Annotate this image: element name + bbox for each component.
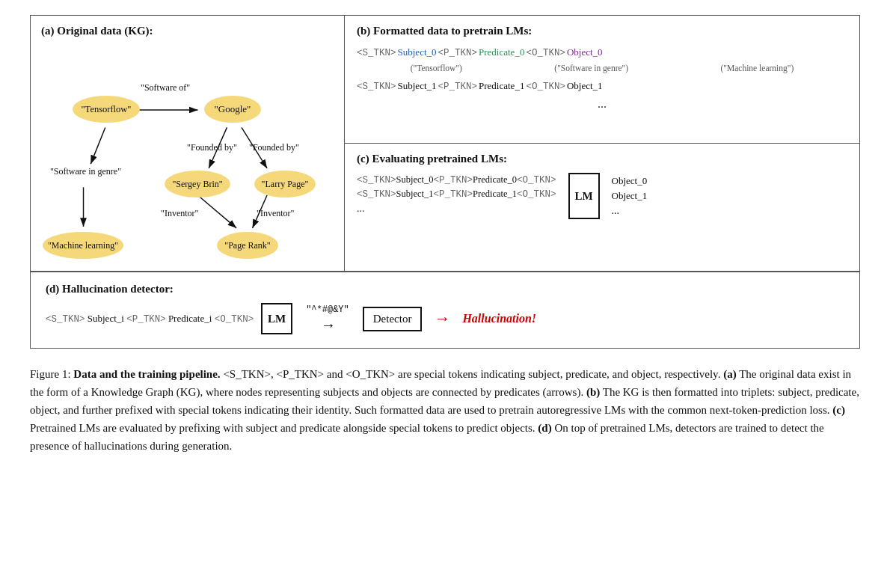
panel-d: (d) Hallucination detector: <S_TKN> Subj… xyxy=(31,272,859,348)
figure-top-row: (a) Original data (KG): xyxy=(31,16,859,272)
eval-s-tkn-1: <S_TKN> xyxy=(357,189,396,200)
obj-labels: Object_0 Object_1 ... xyxy=(612,175,648,217)
panel-c: (c) Evaluating pretrained LMs: <S_TKN> S… xyxy=(345,144,859,271)
dots-c-left: ... xyxy=(357,203,556,215)
eval-o-tkn-1: <O_TKN> xyxy=(517,189,556,200)
eval-p-tkn-0: <P_TKN> xyxy=(434,175,473,186)
det-subj: Subject_i xyxy=(88,313,126,324)
dots-c-right: ... xyxy=(612,205,648,217)
panel-d-title: (d) Hallucination detector: xyxy=(46,283,844,295)
edge-label-founded-by-2: "Founded by" xyxy=(249,142,299,153)
caption-tokens: <S_TKN>, <P_TKN> and <O_TKN> are special… xyxy=(223,368,723,380)
caption-c-label: (c) xyxy=(832,404,845,416)
panel-a: (a) Original data (KG): xyxy=(31,16,345,271)
eval-pred-1: Predicate_1 xyxy=(473,189,517,200)
o-tkn-1: <O_TKN> xyxy=(526,80,565,94)
node-ml: "Machine learning" xyxy=(43,232,123,259)
object-1: Object_1 xyxy=(567,79,603,94)
kg-diagram: "Tensorflow" "Google" "Software in genre… xyxy=(41,45,325,262)
node-pagerank: "Page Rank" xyxy=(217,232,278,259)
lm-box-d: LM xyxy=(261,303,292,334)
subject-0: Subject_0 xyxy=(398,45,437,60)
eval-pred-0: Predicate_0 xyxy=(473,174,517,186)
fmt-subrow-0: ("Tensorflow") ("Software in genre") ("M… xyxy=(357,64,847,73)
eval-subj-0: Subject_0 xyxy=(396,174,434,186)
sub-tensorflow: ("Tensorflow") xyxy=(411,64,462,73)
predicate-0: Predicate_0 xyxy=(479,45,524,60)
panel-b: (b) Formatted data to pretrain LMs: <S_T… xyxy=(345,16,859,144)
node-sergey: "Sergey Brin" xyxy=(165,171,230,197)
detector-row: <S_TKN> Subject_i <P_TKN> Predicate_i <O… xyxy=(46,303,844,334)
eval-s-tkn-0: <S_TKN> xyxy=(357,175,396,186)
eval-p-tkn-1: <P_TKN> xyxy=(434,189,473,200)
arrow-red: → xyxy=(434,309,450,328)
fmt-row-0: <S_TKN> Subject_0 <P_TKN> Predicate_0 <O… xyxy=(357,45,847,61)
p-tkn-1: <P_TKN> xyxy=(438,80,478,94)
main-figure: (a) Original data (KG): xyxy=(30,15,860,349)
arrow-lm-to-detector: → xyxy=(321,316,334,334)
node-google: "Google" xyxy=(204,96,261,123)
object-0: Object_0 xyxy=(567,45,603,60)
panel-right: (b) Formatted data to pretrain LMs: <S_T… xyxy=(345,16,859,271)
detector-prefix: <S_TKN> Subject_i <P_TKN> Predicate_i <O… xyxy=(46,313,254,325)
det-pred: Predicate_i xyxy=(168,313,215,324)
edge-label-inventor-1: "Inventor" xyxy=(161,208,198,219)
edge-label-software-of: "Software of" xyxy=(141,82,190,94)
panel-c-title: (c) Evaluating pretrained LMs: xyxy=(357,153,847,165)
predicate-1: Predicate_1 xyxy=(479,79,524,94)
panel-b-title: (b) Formatted data to pretrain LMs: xyxy=(357,25,847,37)
p-tkn-0: <P_TKN> xyxy=(438,46,478,61)
sub-software: ("Software in genre") xyxy=(554,64,628,73)
caption-a-label: (a) xyxy=(723,368,737,380)
caption-b-label: (b) xyxy=(586,386,600,398)
svg-line-4 xyxy=(90,127,105,164)
dots-b: ... xyxy=(357,97,847,111)
det-o-tkn: <O_TKN> xyxy=(215,314,254,325)
lm-box-c: LM xyxy=(568,173,600,219)
det-p-tkn: <P_TKN> xyxy=(126,314,166,325)
obj-label-1: Object_1 xyxy=(612,190,648,202)
s-tkn-1: <S_TKN> xyxy=(357,80,396,94)
eval-o-tkn-0: <O_TKN> xyxy=(517,175,556,186)
eval-row-0: <S_TKN> Subject_0 <P_TKN> Predicate_0 <O… xyxy=(357,174,556,186)
hallucination-output: Hallucination! xyxy=(462,312,536,325)
detector-box: Detector xyxy=(363,307,423,331)
eval-subj-1: Subject_1 xyxy=(396,189,434,200)
eval-row-1: <S_TKN> Subject_1 <P_TKN> Predicate_1 <O… xyxy=(357,189,556,200)
sub-ml: ("Machine learning") xyxy=(720,64,794,73)
caption-c-text: Pretrained LMs are evaluated by prefixin… xyxy=(30,422,538,434)
edge-label-founded-by-1: "Founded by" xyxy=(187,142,237,153)
noise-text: "^*#@&Y" xyxy=(306,304,349,315)
node-tensorflow: "Tensorflow" xyxy=(73,96,140,123)
figure-caption: Figure 1: Data and the training pipeline… xyxy=(30,365,860,455)
eval-container: <S_TKN> Subject_0 <P_TKN> Predicate_0 <O… xyxy=(357,173,847,219)
o-tkn-0: <O_TKN> xyxy=(526,46,565,61)
arrow-1: "^*#@&Y" → xyxy=(303,304,352,334)
caption-d-label: (d) xyxy=(538,422,551,434)
s-tkn-0: <S_TKN> xyxy=(357,46,396,61)
svg-line-6 xyxy=(197,195,236,228)
caption-bold: Data and the training pipeline. xyxy=(73,368,220,380)
det-s-tkn: <S_TKN> xyxy=(46,314,85,325)
edge-label-inventor-2: "Inventor" xyxy=(257,208,294,219)
panel-a-title: (a) Original data (KG): xyxy=(41,25,334,37)
obj-label-0: Object_0 xyxy=(612,175,648,187)
node-software-genre: "Software in genre" xyxy=(43,166,129,177)
subject-1: Subject_1 xyxy=(398,79,437,94)
eval-rows: <S_TKN> Subject_0 <P_TKN> Predicate_0 <O… xyxy=(357,174,556,218)
fmt-row-1: <S_TKN> Subject_1 <P_TKN> Predicate_1 <O… xyxy=(357,79,847,94)
caption-fig-num: Figure 1: xyxy=(30,368,73,380)
node-larry: "Larry Page" xyxy=(254,171,316,197)
